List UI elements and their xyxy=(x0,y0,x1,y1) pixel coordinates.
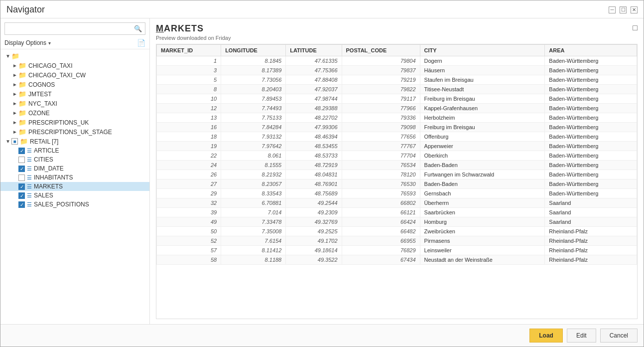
table-cell: Saarland xyxy=(545,198,637,208)
tree-item-sales-positions[interactable]: ✓ ☰ SALES_POSITIONS xyxy=(0,200,149,209)
tree-view: ▼ 📁 ► 📁 CHICAGO_TAXI ► 📁 CHICAGO_TAXI_CW xyxy=(0,49,149,324)
table-cell: Baden-Württemberg xyxy=(545,161,637,170)
tree-item-chicago-taxi[interactable]: ► 📁 CHICAGO_TAXI xyxy=(0,61,149,70)
chevron-icon: ▼ xyxy=(4,139,11,144)
title-bar: Navigator ─ ☐ ✕ xyxy=(0,0,644,18)
search-input[interactable] xyxy=(5,23,131,34)
navigator-window: Navigator ─ ☐ ✕ 🔍 Display Options ▾ 📄 xyxy=(0,0,644,347)
table-row: 107.8945347.9874479117Freiburg im Breisg… xyxy=(157,94,637,104)
table-cell: Rheinland-Pfalz xyxy=(545,255,637,265)
tree-item-ozone[interactable]: ► 📁 OZONE xyxy=(0,108,149,118)
tree-item-cities[interactable]: ☰ CITIES xyxy=(0,155,149,164)
preview-icon-button[interactable]: □ xyxy=(633,23,638,32)
table-row: 127.7449348.2938877966Kappel-Grafenhause… xyxy=(157,104,637,113)
preview-subtitle: Preview downloaded on Friday xyxy=(156,35,231,41)
table-cell: Baden-Württemberg xyxy=(545,75,637,85)
table-cell: 47.99306 xyxy=(286,123,342,132)
close-button[interactable]: ✕ xyxy=(631,6,638,13)
table-cell: 48.53455 xyxy=(286,142,342,151)
tree-item-prescriptions-uk-stage[interactable]: ► 📁 PRESCRIPTIONS_UK_STAGE xyxy=(0,127,149,137)
table-cell: Baden-Württemberg xyxy=(545,151,637,161)
data-table-container[interactable]: MARKET_ID LONGITUDE LATITUDE POSTAL_CODE… xyxy=(156,44,638,319)
table-cell: 48.53733 xyxy=(286,151,342,161)
table-cell: 79837 xyxy=(342,66,420,75)
table-cell: 6.70881 xyxy=(221,198,286,208)
table-cell: 8.20403 xyxy=(221,85,286,94)
table-row: 278.2305748.7690176530Baden-BadenBaden-W… xyxy=(157,179,637,189)
search-bar: 🔍 xyxy=(4,22,145,35)
table-row: 507.3500849.252566482ZweibrückenRheinlan… xyxy=(157,227,637,236)
table-cell: 66424 xyxy=(342,217,420,227)
display-options-bar: Display Options ▾ 📄 xyxy=(0,37,149,49)
table-cell: 16 xyxy=(157,123,221,132)
table-cell: 47.92037 xyxy=(286,85,342,94)
tree-item-chicago-taxi-cw[interactable]: ► 📁 CHICAGO_TAXI_CW xyxy=(0,70,149,80)
folder-icon: 📁 xyxy=(18,128,26,136)
sales-checkbox[interactable]: ✓ xyxy=(18,192,25,199)
import-button[interactable]: 📄 xyxy=(137,39,145,47)
table-cell: Baden-Württemberg xyxy=(545,56,637,66)
tree-item-label: OZONE xyxy=(28,110,50,117)
table-cell: 48.75689 xyxy=(286,189,342,198)
cities-checkbox[interactable] xyxy=(18,157,25,163)
tree-item-retail[interactable]: ▼ ■ 📁 RETAIL [7] xyxy=(0,137,149,146)
table-row: 137.7513348.2270279336HerbolzheimBaden-W… xyxy=(157,113,637,123)
table-row: 588.118849.352267434Neustadt an der Wein… xyxy=(157,255,637,265)
table-cell: 79219 xyxy=(342,75,420,85)
folder-icon: 📁 xyxy=(20,138,28,145)
table-cell: Appenweier xyxy=(420,142,545,151)
load-button[interactable]: Load xyxy=(529,329,563,343)
retail-checkbox[interactable]: ■ xyxy=(11,138,18,145)
tree-item-label: NYC_TAXI xyxy=(28,100,57,107)
search-button[interactable]: 🔍 xyxy=(131,23,145,34)
table-row: 18.184547.6133579804DogernBaden-Württemb… xyxy=(157,56,637,66)
col-header-area: AREA xyxy=(545,45,637,56)
table-cell: 7.97642 xyxy=(221,142,286,151)
table-row: 578.1141249.1861476829LeinsweilerRheinla… xyxy=(157,246,637,255)
table-cell: Furtwangen im Schwarzwald xyxy=(420,170,545,179)
table-cell: 66802 xyxy=(342,198,420,208)
tree-item-root[interactable]: ▼ 📁 xyxy=(0,51,149,61)
folder-icon: 📁 xyxy=(18,81,26,88)
table-row: 326.7088149.254466802ÜberherrnSaarland xyxy=(157,198,637,208)
tree-item-article[interactable]: ✓ ☰ ARTICLE xyxy=(0,146,149,155)
tree-item-label: DIM_DATE xyxy=(34,165,64,172)
table-row: 268.2193248.0483178120Furtwangen im Schw… xyxy=(157,170,637,179)
markets-checkbox[interactable]: ✓ xyxy=(18,183,25,190)
table-cell: 8.11412 xyxy=(221,246,286,255)
inhabitants-checkbox[interactable] xyxy=(18,174,25,181)
cancel-button[interactable]: Cancel xyxy=(600,329,638,343)
dim-date-checkbox[interactable]: ✓ xyxy=(18,166,25,172)
tree-item-cognos[interactable]: ► 📁 COGNOS xyxy=(0,80,149,89)
tree-item-jmtest[interactable]: ► 📁 JMTEST xyxy=(0,89,149,99)
maximize-button[interactable]: ☐ xyxy=(620,6,627,13)
tree-item-label: ARTICLE xyxy=(34,147,59,154)
tree-item-inhabitants[interactable]: ☰ INHABITANTS xyxy=(0,173,149,182)
table-cell: 12 xyxy=(157,104,221,113)
chevron-icon: ► xyxy=(11,91,18,97)
edit-button[interactable]: Edit xyxy=(567,329,596,343)
tree-item-nyc-taxi[interactable]: ► 📁 NYC_TAXI xyxy=(0,99,149,108)
table-cell: 7.35008 xyxy=(221,227,286,236)
tree-item-prescriptions-uk[interactable]: ► 📁 PRESCRIPTIONS_UK xyxy=(0,118,149,127)
left-panel: 🔍 Display Options ▾ 📄 ▼ 📁 xyxy=(0,18,150,324)
col-header-city: CITY xyxy=(420,45,545,56)
minimize-button[interactable]: ─ xyxy=(609,6,616,13)
article-checkbox[interactable]: ✓ xyxy=(18,148,25,154)
tree-item-label: SALES_POSITIONS xyxy=(34,201,89,208)
tree-item-sales[interactable]: ✓ ☰ SALES xyxy=(0,191,149,200)
table-cell: 7.33478 xyxy=(221,217,286,227)
table-cell: 52 xyxy=(157,236,221,246)
table-row: 88.2040347.9203779822Titisee-NeustadtBad… xyxy=(157,85,637,94)
tree-item-dim-date[interactable]: ✓ ☰ DIM_DATE xyxy=(0,164,149,173)
tree-item-markets[interactable]: ✓ ☰ MARKETS xyxy=(0,182,149,191)
display-options-button[interactable]: Display Options ▾ xyxy=(4,39,51,46)
table-cell: Baden-Württemberg xyxy=(545,132,637,142)
window-controls: ─ ☐ ✕ xyxy=(609,6,638,13)
table-cell: Zweibrücken xyxy=(420,227,545,236)
table-cell: 7.73056 xyxy=(221,75,286,85)
sales-positions-checkbox[interactable]: ✓ xyxy=(18,201,25,208)
table-row: 187.9313248.4639477656OffenburgBaden-Wür… xyxy=(157,132,637,142)
table-cell: 8.061 xyxy=(221,151,286,161)
table-cell: 47.75366 xyxy=(286,66,342,75)
